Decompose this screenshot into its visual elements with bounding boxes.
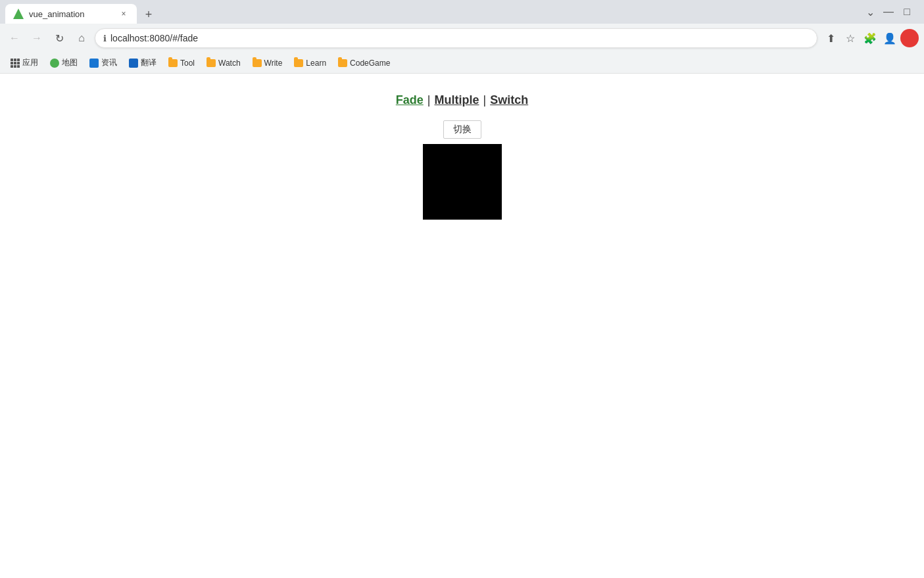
bookmark-translate[interactable]: 翻译 [124,55,162,71]
bookmark-button[interactable]: ☆ [841,29,860,47]
page-nav-links: Fade | Multiple | Switch [396,93,528,107]
animation-box [423,144,502,220]
tab-close-button[interactable]: × [118,9,129,19]
user-avatar[interactable] [900,29,919,47]
bookmark-tool-label: Tool [180,59,195,68]
multiple-link[interactable]: Multiple [435,93,479,107]
maps-icon [50,59,59,68]
new-tab-button[interactable]: + [139,5,158,24]
title-bar: vue_animation × + ⌄ — □ [0,0,924,24]
share-button[interactable]: ⬆ [821,29,840,47]
bookmark-codegame[interactable]: CodeGame [333,55,395,71]
profile-button[interactable]: 👤 [881,29,899,47]
folder-icon-write [253,59,262,67]
nav-actions: ⬆ ☆ 🧩 👤 [821,29,919,47]
tab-list-button[interactable]: ⌄ [863,6,877,18]
bookmark-maps[interactable]: 地图 [45,55,83,71]
switch-button[interactable]: 切换 [443,120,481,139]
fade-link[interactable]: Fade [396,93,424,107]
tab-favicon [13,9,24,19]
bookmark-learn[interactable]: Learn [289,55,331,71]
window-controls: ⌄ — □ [863,6,919,18]
separator-1: | [427,93,431,107]
page-content: Fade | Multiple | Switch 切换 [0,74,924,578]
tab-strip: vue_animation × + [5,0,861,24]
folder-icon-tool [168,59,178,67]
tab-title: vue_animation [29,9,85,19]
switch-link[interactable]: Switch [490,93,528,107]
bookmark-write[interactable]: Write [247,55,288,71]
refresh-button[interactable]: ↻ [50,29,68,47]
back-button[interactable]: ← [5,29,24,47]
bookmark-news[interactable]: 资讯 [84,55,122,71]
bookmark-watch[interactable]: Watch [201,55,246,71]
bookmark-apps-label: 应用 [22,57,38,68]
bookmark-write-label: Write [264,59,283,68]
extensions-button[interactable]: 🧩 [861,29,879,47]
folder-icon-watch [207,59,216,67]
folder-icon-learn [294,59,303,67]
bookmark-translate-label: 翻译 [141,57,157,68]
news-icon [89,59,99,68]
bookmark-apps[interactable]: 应用 [5,55,43,71]
bookmark-learn-label: Learn [306,59,326,68]
url-text: localhost:8080/#/fade [110,33,198,43]
bookmark-tool[interactable]: Tool [163,55,200,71]
bookmark-news-label: 资讯 [101,57,117,68]
maximize-button[interactable]: □ [900,6,913,18]
home-button[interactable]: ⌂ [72,29,91,47]
bookmark-codegame-label: CodeGame [350,59,390,68]
bookmark-watch-label: Watch [218,59,241,68]
minimize-button[interactable]: — [882,6,895,18]
address-bar[interactable]: ℹ localhost:8080/#/fade [95,28,817,48]
translate-icon [129,59,138,68]
bookmark-maps-label: 地图 [62,57,78,68]
nav-bar: ← → ↻ ⌂ ℹ localhost:8080/#/fade ⬆ ☆ 🧩 👤 [0,24,924,53]
separator-2: | [483,93,487,107]
chrome-window: vue_animation × + ⌄ — □ ← → ↻ ⌂ ℹ localh… [0,0,924,578]
forward-button[interactable]: → [28,29,46,47]
folder-icon-codegame [338,59,347,67]
apps-icon [11,59,20,68]
active-tab[interactable]: vue_animation × [5,4,137,24]
lock-icon: ℹ [103,34,107,43]
bookmarks-bar: 应用 地图 资讯 翻译 Tool Watch Write Learn [0,53,924,74]
